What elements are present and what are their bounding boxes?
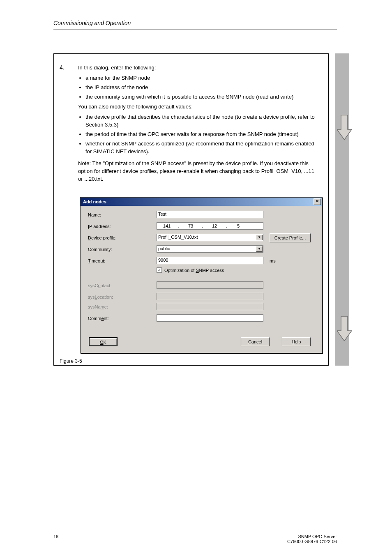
add-nodes-dialog: Add nodes ✕ Name: Test IP address: 141. … (80, 197, 323, 353)
label-profile: Device profile: (88, 235, 117, 240)
running-header: Commissioning and Operation (53, 20, 131, 26)
community-value: public (158, 246, 170, 251)
ip-oct-4[interactable]: 5 (228, 223, 248, 228)
footer-docid: C79000-G8976-C122-06 (287, 539, 337, 544)
bullet-b2: the period of time that the OPC server w… (85, 131, 316, 138)
label-timeout: Timeout: (88, 258, 105, 263)
timeout-field[interactable]: 9000 (157, 257, 263, 264)
label-syscontact: sysContact: (88, 283, 111, 288)
step-number: 4. (60, 64, 65, 71)
arrow-down-icon (337, 115, 349, 140)
bullet-a2: the IP address of the node (85, 84, 316, 92)
label-syslocation: sysLocation: (88, 295, 113, 299)
figure-caption: Figure 3-5 (60, 358, 82, 364)
syscontact-field (157, 281, 263, 289)
footer-title: SNMP OPC-Server (298, 534, 337, 539)
label-name: Name: (88, 212, 101, 217)
step-body: In this dialog, enter the following: a n… (78, 64, 316, 183)
ip-oct-1[interactable]: 141 (157, 223, 177, 228)
profile-value: Profil_OSM_V10.txt (158, 235, 198, 240)
bullet-list-b: the device profile that describes the ch… (78, 113, 316, 155)
page-number: 18 (53, 534, 58, 544)
close-icon[interactable]: ✕ (314, 198, 321, 205)
header-rule (53, 30, 337, 30)
syslocation-field (157, 293, 263, 300)
profile-combo[interactable]: Profil_OSM_V10.txt ▼ (157, 234, 263, 241)
community-combo[interactable]: public ▼ (157, 245, 263, 253)
ip-field[interactable]: 141. 73. 12. 5 (157, 222, 263, 230)
bullet-a1: a name for the SNMP node (85, 74, 316, 82)
sysname-field (157, 303, 263, 310)
chevron-down-icon[interactable]: ▼ (256, 246, 263, 252)
page: Commissioning and Operation 4. In this d… (0, 0, 392, 555)
ip-oct-2[interactable]: 73 (181, 223, 201, 228)
ip-oct-3[interactable]: 12 (205, 223, 224, 228)
label-community: Community: (88, 247, 112, 252)
step-note: Note: The "Optimization of the SNMP acce… (78, 160, 316, 183)
bullet-b3: whether or not SNMP access is optimized … (85, 140, 316, 156)
dialog-titlebar[interactable]: Add nodes ✕ (81, 198, 322, 206)
bullet-b1: the device profile that describes the ch… (85, 113, 316, 129)
label-comment: Comment: (88, 316, 109, 321)
page-footer: 18 SNMP OPC-Server C79000-G8976-C122-06 (53, 534, 337, 544)
name-field[interactable]: Test (157, 211, 263, 218)
bullet-list-a: a name for the SNMP node the IP address … (78, 74, 316, 101)
create-profile-button[interactable]: Create Profile... (270, 233, 311, 242)
optimize-checkbox[interactable]: ✓ (157, 267, 162, 273)
label-ip: IP address: (88, 224, 111, 229)
dialog-title: Add nodes (83, 199, 106, 204)
bullet-a3: the community string with which it is po… (85, 93, 316, 101)
help-button[interactable]: Help (282, 337, 311, 346)
comment-field[interactable] (157, 314, 263, 322)
cancel-button[interactable]: Cancel (241, 337, 270, 346)
step-intro: In this dialog, enter the following: (78, 64, 316, 72)
step-then: You can also modify the following defaul… (78, 103, 316, 111)
chevron-down-icon[interactable]: ▼ (256, 235, 263, 240)
optimize-label: Optimization of SNMP access (164, 268, 224, 273)
timeout-unit: ms (270, 258, 276, 263)
ok-button[interactable]: OK (89, 337, 118, 346)
note-rule (78, 158, 90, 158)
arrow-down-icon (337, 316, 349, 341)
label-sysname: sysName: (88, 304, 108, 309)
